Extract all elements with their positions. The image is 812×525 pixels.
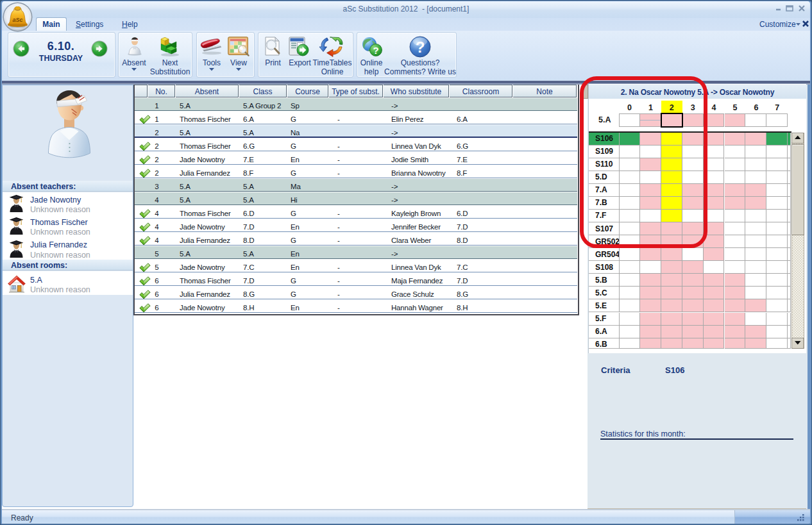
svg-text:?: ? <box>373 45 378 56</box>
svg-text:?: ? <box>416 38 425 56</box>
svg-text:aSc: aSc <box>12 17 22 23</box>
